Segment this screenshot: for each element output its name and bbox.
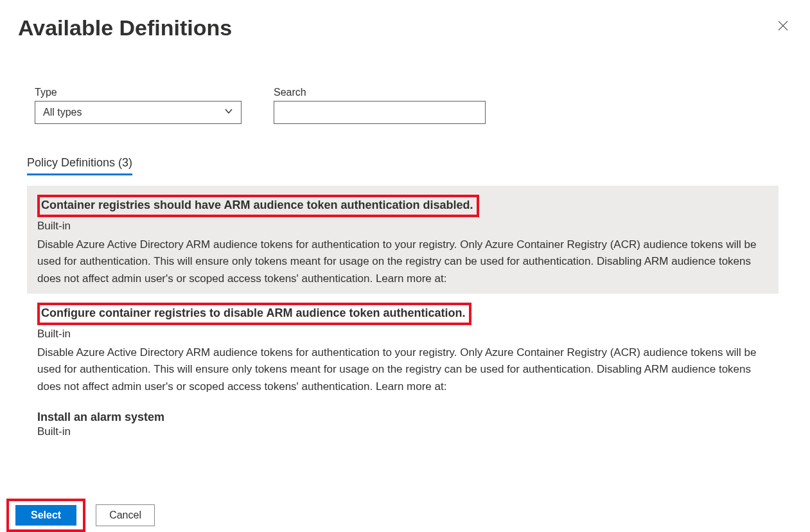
- policy-title: Configure container registries to disabl…: [41, 306, 465, 320]
- page-title: Available Definitions: [18, 15, 232, 40]
- policy-type: Built-in: [37, 425, 768, 438]
- tab-policy-definitions[interactable]: Policy Definitions (3): [27, 156, 132, 175]
- filters-row: Type All types Search: [35, 87, 792, 124]
- policy-title: Container registries should have ARM aud…: [41, 199, 473, 212]
- policy-type: Built-in: [37, 328, 768, 341]
- cancel-button[interactable]: Cancel: [96, 504, 155, 526]
- tabs-row: Policy Definitions (3): [27, 156, 792, 175]
- annotation-highlight: Select: [6, 499, 85, 532]
- policy-item[interactable]: Install an alarm system Built-in: [27, 402, 779, 448]
- policy-title: Install an alarm system: [37, 411, 164, 424]
- chevron-down-icon: [224, 107, 233, 118]
- policy-description: Disable Azure Active Directory ARM audie…: [37, 344, 768, 395]
- available-definitions-panel: Available Definitions Type All types Sea…: [0, 0, 810, 532]
- type-select[interactable]: All types: [35, 101, 242, 124]
- search-label: Search: [274, 87, 486, 98]
- search-input[interactable]: [274, 101, 486, 124]
- policy-item[interactable]: Container registries should have ARM aud…: [27, 186, 779, 294]
- annotation-highlight: Container registries should have ARM aud…: [37, 195, 479, 217]
- policy-list-container: Container registries should have ARM aud…: [27, 186, 790, 481]
- search-filter-group: Search: [274, 87, 486, 124]
- policy-type: Built-in: [37, 220, 768, 233]
- close-icon[interactable]: [774, 17, 792, 37]
- select-button[interactable]: Select: [15, 505, 76, 526]
- policy-item[interactable]: Configure container registries to disabl…: [27, 294, 779, 402]
- footer-actions: Select Cancel: [6, 499, 155, 532]
- policy-description: Disable Azure Active Directory ARM audie…: [37, 236, 768, 287]
- policy-list-scroll[interactable]: Container registries should have ARM aud…: [27, 186, 790, 481]
- panel-header: Available Definitions: [18, 13, 792, 40]
- type-filter-group: Type All types: [35, 87, 242, 124]
- annotation-highlight: Configure container registries to disabl…: [37, 303, 471, 325]
- type-label: Type: [35, 87, 242, 98]
- type-select-value: All types: [43, 107, 82, 118]
